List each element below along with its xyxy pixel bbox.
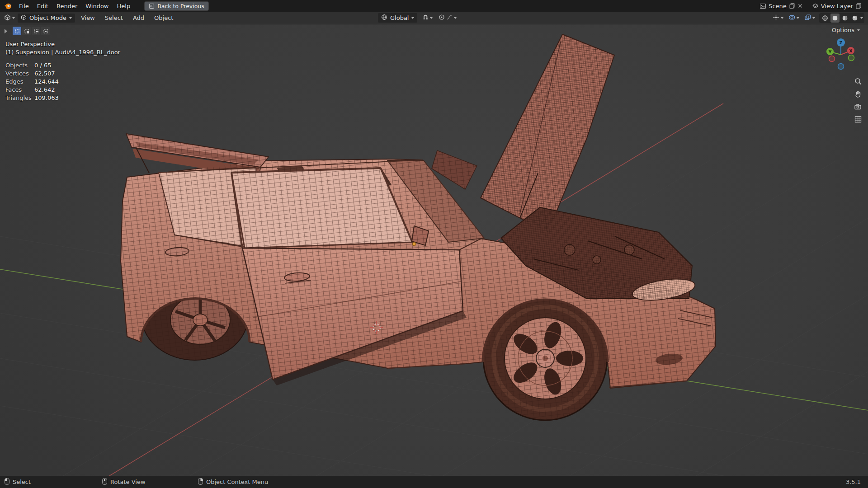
scene-selector[interactable]: Scene bbox=[760, 3, 803, 9]
proportional-editing-dropdown[interactable] bbox=[438, 14, 458, 22]
mode-dropdown[interactable]: Object Mode bbox=[18, 14, 75, 23]
menu-help[interactable]: Help bbox=[113, 0, 135, 12]
falloff-curve-icon bbox=[446, 14, 453, 22]
select-intersect-button[interactable] bbox=[41, 27, 50, 35]
blender-logo-icon[interactable] bbox=[0, 2, 15, 10]
shading-wireframe-button[interactable] bbox=[821, 14, 830, 23]
show-overlays-dropdown[interactable] bbox=[788, 14, 800, 23]
xray-icon bbox=[804, 14, 811, 22]
chevron-down-icon bbox=[430, 17, 433, 19]
stat-faces: Faces62,642 bbox=[5, 86, 120, 94]
menu-render[interactable]: Render bbox=[52, 0, 81, 12]
scene-icon bbox=[760, 3, 766, 9]
view-layer-icon bbox=[812, 3, 819, 9]
chevron-down-icon bbox=[857, 29, 860, 31]
new-view-layer-icon[interactable] bbox=[855, 3, 862, 9]
view-layer-name: View Layer bbox=[821, 3, 853, 9]
toggle-orthographic-icon[interactable] bbox=[854, 115, 862, 123]
stat-vertices: Vertices62,507 bbox=[5, 70, 120, 78]
gizmo-axis-x-negative bbox=[829, 56, 835, 62]
select-subtract-button[interactable] bbox=[32, 27, 40, 35]
camera-view-icon[interactable] bbox=[854, 103, 862, 111]
mouse-middle-icon bbox=[102, 478, 107, 486]
blender-window: File Edit Render Window Help Back to Pre… bbox=[0, 0, 868, 488]
car-model[interactable] bbox=[0, 24, 868, 476]
viewport-shading-group bbox=[819, 13, 864, 23]
menu-file[interactable]: File bbox=[15, 0, 33, 12]
object-origin-dot bbox=[412, 242, 416, 246]
select-set-button[interactable] bbox=[13, 27, 21, 35]
back-window-icon bbox=[149, 3, 155, 9]
chevron-down-icon bbox=[454, 17, 457, 19]
menu-view[interactable]: View bbox=[77, 14, 99, 21]
wireframe-overlay bbox=[0, 24, 868, 476]
tool-settings-expand-icon[interactable] bbox=[5, 29, 7, 33]
zoom-tool-icon[interactable] bbox=[854, 77, 862, 85]
mouse-right-icon bbox=[198, 478, 203, 486]
scene-name: Scene bbox=[769, 3, 787, 9]
unlink-scene-icon[interactable] bbox=[797, 3, 803, 9]
options-label: Options bbox=[832, 27, 854, 33]
topbar: File Edit Render Window Help Back to Pre… bbox=[0, 0, 868, 12]
transform-orientation-dropdown[interactable]: Global bbox=[378, 13, 417, 23]
hint-select: Select bbox=[5, 476, 31, 488]
scene-canvas[interactable] bbox=[0, 24, 868, 476]
globe-icon bbox=[381, 14, 387, 22]
editor-3d-viewport-icon bbox=[4, 14, 11, 22]
hint-rotate-view: Rotate View bbox=[102, 476, 146, 488]
editor-type-button[interactable] bbox=[3, 14, 16, 23]
stat-edges: Edges124,644 bbox=[5, 78, 120, 86]
viewport-3d[interactable]: Options User Perspective (1) Suspension … bbox=[0, 24, 868, 476]
shading-solid-button[interactable] bbox=[830, 14, 840, 23]
back-to-previous-button[interactable]: Back to Previous bbox=[144, 1, 209, 11]
statusbar: Select Rotate View Object Context Menu 3… bbox=[0, 476, 868, 488]
header-right bbox=[772, 12, 864, 24]
header-left: Object Mode View Select Add Object bbox=[0, 14, 177, 23]
menu-select[interactable]: Select bbox=[101, 14, 127, 21]
magnet-icon bbox=[422, 14, 429, 22]
viewport-header: Object Mode View Select Add Object Globa… bbox=[0, 12, 868, 24]
chevron-down-icon bbox=[781, 17, 783, 19]
shading-rendered-button[interactable] bbox=[850, 14, 859, 23]
view-perspective-label: User Perspective bbox=[5, 40, 120, 48]
proportional-circle-icon bbox=[439, 14, 445, 22]
view-layer-selector[interactable]: View Layer bbox=[812, 3, 862, 9]
viewport-info-overlay: User Perspective (1) Suspension | AudiA4… bbox=[5, 40, 120, 102]
show-gizmos-dropdown[interactable] bbox=[772, 14, 784, 23]
blender-version: 3.5.1 bbox=[846, 476, 861, 488]
svg-text:Z: Z bbox=[840, 41, 843, 45]
active-collection-label: (1) Suspension | AudiA4_1996_BL_door bbox=[5, 48, 120, 56]
menu-edit[interactable]: Edit bbox=[33, 0, 52, 12]
svg-text:X: X bbox=[849, 49, 853, 53]
topbar-right: Scene View Layer bbox=[753, 3, 868, 9]
menu-object[interactable]: Object bbox=[150, 14, 177, 21]
select-extend-button[interactable] bbox=[22, 27, 31, 35]
chevron-down-icon bbox=[411, 17, 414, 19]
chevron-down-icon bbox=[12, 17, 15, 19]
object-mode-icon bbox=[21, 14, 27, 22]
chevron-down-icon bbox=[797, 17, 799, 19]
mode-label: Object Mode bbox=[29, 14, 66, 21]
new-scene-icon[interactable] bbox=[789, 3, 795, 9]
overlays-icon bbox=[788, 14, 795, 22]
chevron-down-icon bbox=[812, 17, 815, 19]
scene-statistics: Objects0 / 65 Vertices62,507 Edges124,64… bbox=[5, 61, 120, 102]
orientation-label: Global bbox=[390, 14, 409, 21]
header-center: Global bbox=[378, 12, 458, 24]
snapping-dropdown[interactable] bbox=[421, 14, 434, 22]
gizmo-axis-y-negative bbox=[849, 55, 854, 61]
svg-text:Y: Y bbox=[828, 50, 832, 54]
viewport-options-button[interactable]: Options bbox=[829, 26, 863, 34]
pan-hand-icon[interactable] bbox=[854, 90, 862, 98]
tool-settings-row bbox=[5, 27, 50, 35]
shading-material-button[interactable] bbox=[840, 14, 849, 23]
gizmo-axis-z-negative bbox=[838, 64, 844, 70]
chevron-down-icon bbox=[860, 17, 863, 19]
select-mode-toggles bbox=[13, 27, 50, 35]
chevron-down-icon bbox=[69, 17, 72, 19]
menu-add[interactable]: Add bbox=[129, 14, 148, 21]
menu-window[interactable]: Window bbox=[81, 0, 113, 12]
gizmo-icon bbox=[773, 14, 779, 22]
navigation-gizmo[interactable]: Z X Y bbox=[823, 37, 859, 75]
xray-toggle[interactable] bbox=[803, 14, 816, 23]
